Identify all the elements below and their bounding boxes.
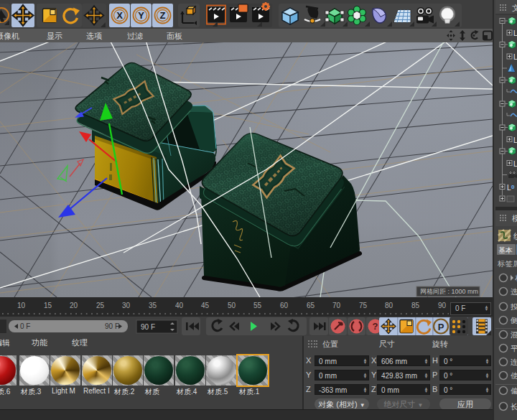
svg-text:模: 模	[512, 214, 517, 223]
svg-text:文: 文	[512, 4, 517, 12]
svg-text:基本: 基本	[498, 246, 513, 254]
svg-text:L: L	[513, 160, 517, 168]
svg-text:使: 使	[511, 371, 517, 380]
svg-text:Y: Y	[138, 10, 144, 21]
svg-text:0: 0	[511, 184, 515, 190]
svg-text:0 F: 0 F	[20, 322, 30, 330]
svg-text:P: P	[438, 322, 444, 332]
svg-text:L: L	[513, 53, 517, 61]
svg-text:标签属: 标签属	[497, 259, 517, 268]
svg-text:90 F: 90 F	[105, 322, 119, 330]
svg-text:选: 选	[511, 287, 517, 296]
svg-text:网格间距 : 1000 mm: 网格间距 : 1000 mm	[420, 288, 478, 295]
svg-text:90 F: 90 F	[141, 323, 155, 331]
svg-text:X: X	[116, 10, 123, 21]
svg-text:L: L	[513, 29, 517, 37]
svg-text:偏: 偏	[511, 386, 517, 395]
svg-text:?: ?	[373, 321, 378, 332]
svg-text:连: 连	[511, 358, 517, 366]
svg-text:平: 平	[511, 344, 517, 353]
svg-text:纹: 纹	[513, 232, 517, 241]
svg-text:侧: 侧	[510, 316, 517, 325]
svg-text:长: 长	[511, 402, 517, 411]
svg-text:投: 投	[511, 302, 517, 311]
svg-text:L: L	[513, 136, 517, 144]
svg-text:混: 混	[511, 330, 517, 339]
svg-text:Z: Z	[160, 10, 166, 21]
